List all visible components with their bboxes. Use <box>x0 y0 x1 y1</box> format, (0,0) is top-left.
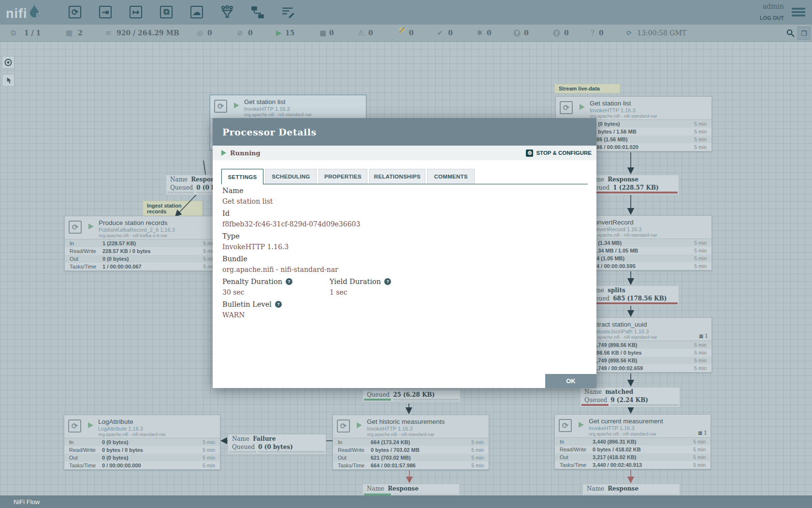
processor-icon[interactable]: ⟳ <box>68 5 82 19</box>
search-icon[interactable] <box>784 27 797 40</box>
refresh-icon[interactable]: ⟳ <box>626 25 632 41</box>
sync-failure-icon: ? <box>591 25 594 41</box>
run-status-icon <box>357 422 362 428</box>
process-group-icon[interactable]: ⧉ <box>159 5 174 19</box>
field-id-value: f8fbeb32-fc46-31cf-829d-074d09e36603 <box>222 220 360 228</box>
locally-modified-count: 0 <box>487 25 492 41</box>
field-name: Name Get station list <box>222 187 273 205</box>
stale-icon: ↑ <box>513 25 521 41</box>
help-icon[interactable]: ? <box>286 278 292 285</box>
active-threads-icon: ▦ <box>66 25 72 41</box>
transmitting-icon: ◎ <box>197 25 203 41</box>
connection-label-matched[interactable]: Namematched Queued9 (2.24 KB) <box>580 387 680 407</box>
field-id: Id f8fbeb32-fc46-31cf-829d-074d09e36603 <box>222 209 360 228</box>
field-type: Type InvokeHTTP 1.16.3 <box>222 232 289 251</box>
hand-tool-icon[interactable] <box>2 74 14 87</box>
nifi-logo: nifi <box>6 3 52 21</box>
up-to-date-icon: ✔ <box>437 25 443 41</box>
connection-label-failure[interactable]: NameFailure Queued0 (0 bytes) <box>228 434 326 454</box>
nifi-logo-text: nifi <box>6 6 28 21</box>
tab-scheduling[interactable]: SCHEDULING <box>265 169 317 184</box>
processor-name: Extract station_uuid <box>590 321 647 328</box>
ok-button[interactable]: OK <box>545 374 596 388</box>
logout-link[interactable]: LOG OUT <box>760 15 784 21</box>
processor-bundle: org.apache.nifi - nifi-standard-nar <box>98 432 166 437</box>
breadcrumb[interactable]: NiFi Flow <box>14 498 40 506</box>
processor-bundle: org.apache.nifi - nifi-standard-nar <box>590 113 657 119</box>
dialog-title: Processor Details <box>222 127 317 137</box>
processor-bundle: org.apache.nifi - nifi-standard-nar <box>367 432 435 437</box>
field-yield-duration: Yield Duration? 1 sec <box>330 278 391 296</box>
processor-type-icon: ⟳ <box>337 419 350 433</box>
up-to-date-count: 0 <box>448 25 453 41</box>
disabled-icon: ⚡ <box>397 25 406 42</box>
processor-name: Get station list <box>590 100 631 107</box>
tab-settings[interactable]: SETTINGS <box>221 169 263 184</box>
field-type-value: InvokeHTTP 1.16.3 <box>222 243 289 251</box>
tab-relationships[interactable]: RELATIONSHIPS <box>369 169 425 184</box>
processor-type: InvokeHTTP 1.16.3 <box>244 106 290 112</box>
connection-label-queued25[interactable]: Queued25 (6.28 KB) <box>362 390 461 402</box>
invalid-count: 0 <box>368 25 373 41</box>
locally-modified-stale-icon: ! <box>553 25 560 41</box>
processor-name: Produce station records <box>99 219 168 226</box>
processor-get-historic-measurements[interactable]: ⟳ Get historic measurements InvokeHTTP 1… <box>333 415 489 470</box>
stop-and-configure-button[interactable]: ⚙ STOP & CONFIGURE <box>526 146 592 160</box>
field-penalty-duration: Penalty Duration? 30 sec <box>222 278 292 296</box>
remote-process-group-icon[interactable]: ☁ <box>189 5 204 19</box>
gear-icon: ⚙ <box>526 149 533 157</box>
run-status-icon <box>579 422 584 428</box>
run-status-icon <box>234 103 239 108</box>
processor-get-current-measurement[interactable]: ⟳ Get current measurement InvokeHTTP 1.1… <box>554 414 711 469</box>
active-thread-badge: ▦ 1 <box>699 333 708 339</box>
connection-label-response-botright[interactable]: NameResponse <box>582 484 680 495</box>
field-penalty-value: 30 sec <box>222 288 292 296</box>
current-user: admin <box>760 1 784 12</box>
processor-bundle: org.apache.nifi - nifi-standard-nar <box>590 232 657 238</box>
active-threads-count: 2 <box>78 25 83 41</box>
output-port-icon[interactable]: ↦ <box>129 5 143 19</box>
template-icon[interactable] <box>250 5 265 19</box>
processor-produce-station-records[interactable]: ⟳ Produce station records PublishKafkaRe… <box>64 216 221 271</box>
help-icon[interactable]: ? <box>275 301 282 308</box>
processor-name: Get current measurement <box>589 418 663 425</box>
active-thread-badge: ▦ 1 <box>698 430 707 435</box>
global-menu-icon[interactable] <box>792 6 805 18</box>
processor-type: InvokeHTTP 1.16.3 <box>367 426 413 432</box>
locally-modified-icon: ✱ <box>477 25 483 41</box>
processor-type: EvaluateJsonPath 1.16.3 <box>590 329 649 334</box>
queued-stats: 920 / 264.29 MB <box>116 25 179 41</box>
stopped-icon: ■ <box>319 25 326 41</box>
invalid-icon: ⚠ <box>358 25 364 41</box>
processor-log-attribute[interactable]: ⟳ LogAttribute LogAttribute 1.16.3 org.a… <box>64 415 220 470</box>
run-status-icon <box>580 104 585 110</box>
input-port-icon[interactable]: ⇥ <box>98 5 113 19</box>
field-bundle-value: org.apache.nifi - nifi-standard-nar <box>222 266 338 273</box>
connection-label-response-right-top[interactable]: NameResponse Queued1 (228.57 KB) <box>582 175 679 195</box>
processor-name: Get historic measurements <box>367 418 445 425</box>
queued-icon: ≡ <box>105 25 112 41</box>
snap-to-grid-icon[interactable] <box>2 56 14 69</box>
dialog-tabs: SETTINGS SCHEDULING PROPERTIES RELATIONS… <box>221 169 588 184</box>
field-bulletin-level: Bulletin Level? WARN <box>222 300 282 319</box>
tab-comments[interactable]: COMMENTS <box>427 169 475 184</box>
processor-details-dialog: Processor Details Running ⚙ STOP & CONFI… <box>213 118 596 388</box>
processor-type: InvokeHTTP 1.16.3 <box>590 107 636 113</box>
processor-type: LogAttribute 1.16.3 <box>98 426 143 432</box>
running-count: 15 <box>285 25 294 41</box>
label-icon[interactable] <box>281 5 295 19</box>
help-icon[interactable]: ? <box>384 278 391 285</box>
status-bar: ⧉ 1 / 1 ▦ 2 ≡ 920 / 264.29 MB ◎ 0 ⊘ 0 ▶ … <box>0 24 812 42</box>
funnel-icon[interactable] <box>220 5 234 19</box>
component-palette: ⟳ ⇥ ↦ ⧉ ☁ <box>68 5 295 19</box>
processor-name: Get station list <box>244 98 286 105</box>
processor-type: InvokeHTTP 1.16.3 <box>589 425 635 431</box>
panel-toggle-icon[interactable]: ❐ <box>798 27 811 40</box>
connection-label-splits[interactable]: Namesplits Queued685 (178.56 KB) <box>582 285 679 306</box>
not-transmitting-count: 0 <box>248 25 253 41</box>
tab-properties[interactable]: PROPERTIES <box>319 169 367 184</box>
field-bundle: Bundle org.apache.nifi - nifi-standard-n… <box>222 255 338 273</box>
locally-modified-stale-count: 0 <box>564 25 569 41</box>
connection-label-response-botmid[interactable]: NameResponse <box>362 484 460 495</box>
sync-failure-count: 0 <box>599 25 604 41</box>
